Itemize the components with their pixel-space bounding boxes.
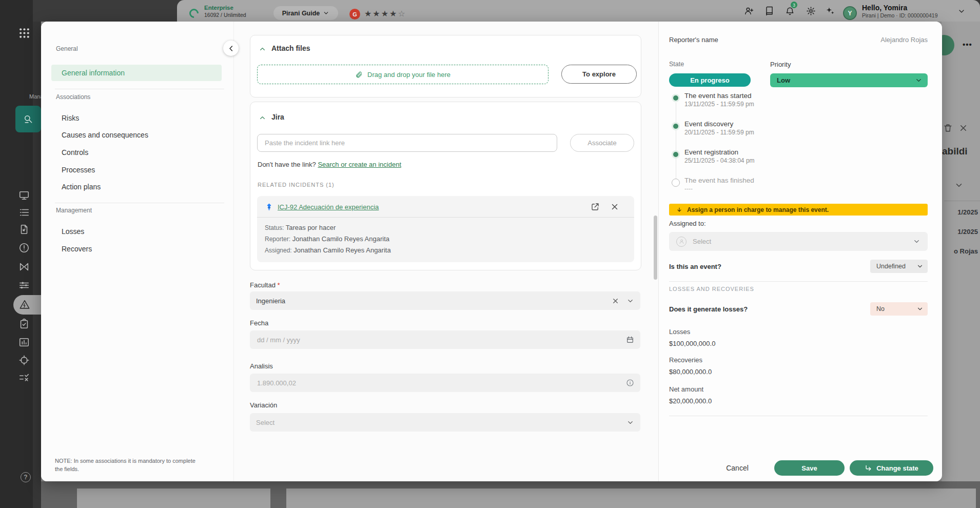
is-event-select[interactable]: Undefined	[870, 260, 928, 273]
incident-link[interactable]: ICJ-92 Adecuación de experiencia	[278, 203, 379, 211]
to-explore-button[interactable]: To explore	[561, 65, 637, 84]
related-incident-card: ICJ-92 Adecuación de experiencia Status:…	[257, 196, 634, 262]
clear-icon[interactable]	[612, 297, 619, 305]
open-external-icon[interactable]	[591, 202, 600, 211]
notification-badge: 3	[791, 2, 797, 8]
nav-section-general: General	[56, 45, 78, 52]
background-active-module-card[interactable]	[15, 106, 41, 132]
nav-item-general-information[interactable]: General information	[51, 65, 222, 81]
associate-button[interactable]: Associate	[570, 134, 634, 152]
generate-losses-select[interactable]: No	[870, 302, 928, 316]
sidebar-item-alerts[interactable]	[18, 242, 30, 253]
associate-label: Associate	[587, 139, 616, 147]
analisis-input[interactable]	[256, 379, 626, 387]
state-badge-label: En progreso	[690, 76, 730, 84]
sidebar-item-tasks[interactable]	[18, 318, 30, 329]
remove-incident-icon[interactable]	[610, 202, 619, 211]
facultad-value: Ingenieria	[256, 297, 612, 305]
apps-grid-icon[interactable]	[18, 27, 31, 40]
guide-dropdown[interactable]: Pirani Guide	[273, 6, 338, 20]
facultad-select[interactable]: Ingenieria	[250, 291, 640, 310]
book-icon[interactable]	[765, 6, 774, 16]
sidebar-item-checklist[interactable]	[18, 372, 30, 383]
g2-letter: G	[352, 11, 357, 17]
nav-item-risks[interactable]: Risks	[62, 114, 79, 122]
sidebar-item-flows[interactable]	[18, 261, 30, 272]
nav-item-processes[interactable]: Processes	[62, 166, 95, 174]
gear-icon[interactable]	[806, 6, 816, 16]
avatar-initial: Y	[848, 10, 852, 17]
avatar[interactable]: Y	[843, 6, 857, 20]
priority-label: Priority	[770, 61, 791, 68]
collapse-section-icon[interactable]	[259, 45, 266, 53]
jira-link-input[interactable]	[264, 139, 551, 147]
analisis-input-wrap	[250, 374, 640, 392]
info-icon[interactable]	[626, 379, 634, 387]
nav-item-causes-consequences[interactable]: Causes and consequences	[62, 131, 148, 139]
timeline-event-title: Event registration	[684, 148, 738, 156]
star-empty: ☆	[398, 9, 406, 18]
account-chevron-down-icon[interactable]	[957, 7, 966, 15]
variacion-label: Variación	[250, 401, 277, 409]
modal-nav: General General information Associations…	[41, 22, 234, 481]
attach-files-card: Attach files Drag and drop your file her…	[250, 35, 641, 97]
save-button[interactable]: Save	[774, 460, 845, 476]
chevron-left-icon	[227, 45, 235, 52]
jira-card: Jira Associate Don't have the link? Sear…	[250, 102, 641, 270]
change-state-label: Change state	[876, 464, 918, 472]
generate-losses-value: No	[876, 305, 885, 312]
sidebar-item-settings-sliders[interactable]	[18, 280, 30, 291]
content-scrollbar[interactable]	[654, 216, 657, 280]
collapse-section-icon[interactable]	[259, 114, 266, 122]
chevron-down-icon	[913, 238, 920, 245]
file-dropzone[interactable]: Drag and drop your file here	[257, 65, 548, 84]
trash-icon[interactable]	[943, 123, 953, 133]
status-value: Tareas por hacer	[286, 224, 336, 231]
save-label: Save	[801, 464, 817, 472]
change-state-button[interactable]: Change state	[850, 460, 933, 476]
search-create-incident-link[interactable]: Search or create an incident	[318, 161, 401, 168]
nav-item-losses[interactable]: Losses	[62, 227, 84, 236]
nav-item-recovers[interactable]: Recovers	[62, 245, 92, 253]
to-explore-label: To explore	[582, 70, 616, 78]
facultad-label: Facultad *	[250, 281, 280, 289]
help-icon[interactable]: ?	[21, 472, 31, 482]
analisis-label: Analisis	[250, 362, 273, 370]
sidebar-item-logs[interactable]	[18, 207, 30, 218]
net-amount-value: $20,000,000.0	[669, 397, 712, 405]
assigned-to-select[interactable]: Select	[669, 232, 928, 251]
timeline-event-title: The event has started	[684, 92, 752, 100]
change-state-icon	[865, 464, 872, 472]
timeline-event-date: 13/11/2025 - 11:59:59 pm	[684, 101, 754, 108]
background-chevron-down-icon[interactable]	[954, 181, 964, 190]
sidebar-item-monitor[interactable]	[18, 190, 30, 201]
timeline-dot-pending[interactable]	[672, 179, 680, 187]
close-icon[interactable]	[958, 123, 968, 133]
assigned-to-placeholder: Select	[693, 238, 913, 245]
nav-section-associations: Associations	[56, 93, 90, 101]
background-bottom-row-right	[286, 489, 976, 508]
chevron-down-icon	[915, 76, 923, 84]
sidebar-item-events[interactable]	[19, 299, 30, 310]
calendar-icon[interactable]	[626, 336, 634, 344]
collapse-panel-button[interactable]	[223, 41, 239, 56]
rating-stars[interactable]: ★★★★☆	[364, 9, 406, 18]
sidebar-item-objectives[interactable]	[18, 355, 30, 366]
paperclip-icon	[355, 71, 363, 79]
is-event-value: Undefined	[876, 263, 906, 270]
cancel-button[interactable]: Cancel	[717, 460, 758, 476]
fecha-input[interactable]	[256, 336, 626, 344]
nav-divider	[55, 89, 224, 89]
losses-label: Losses	[669, 328, 690, 336]
sidebar-item-reports[interactable]	[18, 337, 30, 348]
priority-value: Low	[777, 76, 790, 84]
sidebar-item-file-export[interactable]	[18, 224, 30, 235]
nav-item-controls[interactable]: Controls	[62, 148, 88, 157]
variacion-select[interactable]: Select	[250, 413, 640, 432]
sparkles-icon[interactable]	[825, 6, 835, 16]
chevron-down-icon	[323, 10, 329, 16]
priority-select[interactable]: Low	[770, 73, 928, 87]
add-user-icon[interactable]	[744, 6, 754, 16]
nav-item-action-plans[interactable]: Action plans	[62, 183, 101, 191]
background-more-dots[interactable]: •••	[963, 40, 972, 49]
